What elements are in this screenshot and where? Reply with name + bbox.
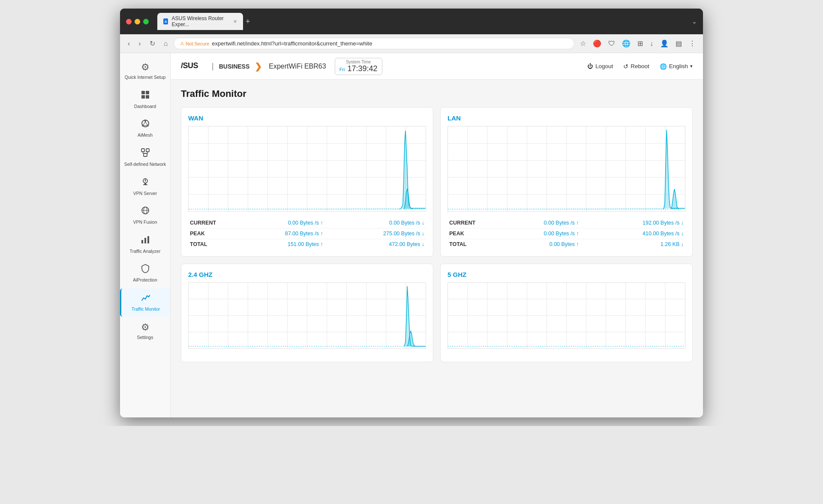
wan-title: WAN — [188, 114, 426, 122]
wan-card: WAN — [181, 107, 433, 257]
extension-icon1[interactable]: 🔴 — [591, 38, 604, 49]
logout-icon: ⏻ — [587, 63, 593, 69]
logout-button[interactable]: ⏻ Logout — [587, 63, 613, 69]
dashboard-icon — [141, 90, 150, 102]
bookmark-icon[interactable]: ☆ — [578, 38, 588, 49]
self-defined-network-icon — [141, 148, 150, 160]
ghz24-title: 2.4 GHZ — [188, 271, 426, 278]
lan-stats-table: CURRENT 0.00 Bytes /s ↑ 192.00 Bytes /s … — [448, 218, 685, 249]
language-selector[interactable]: 🌐 English ▾ — [660, 63, 693, 70]
ghz5-chart — [448, 282, 685, 349]
lan-peak-row: PEAK 0.00 Bytes /s ↑ 410.00 Bytes /s ↓ — [448, 228, 685, 239]
vpn-fusion-icon — [141, 206, 150, 218]
extension-icon2[interactable]: 🛡 — [606, 39, 617, 49]
sidebar-item-vpn-server[interactable]: VPN Server — [120, 173, 170, 201]
sidebar-label-aiprotection: AiProtection — [133, 277, 157, 283]
sidebar-label-traffic-analyzer: Traffic Analyzer — [130, 249, 161, 255]
toolbar-icons: ☆ 🔴 🛡 🌐 ⊞ ↓ 👤 ▤ ⋮ — [578, 38, 698, 49]
profile-icon[interactable]: 👤 — [658, 38, 671, 49]
wan-total-down: 472.00 Bytes ↓ — [325, 239, 426, 250]
sidebar-label-self-defined-network: Self-defined Network — [124, 162, 166, 168]
lan-title: LAN — [448, 114, 685, 122]
maximize-button[interactable] — [143, 19, 149, 24]
brand-chevron-icon: ❯ — [255, 61, 262, 72]
sidebar-item-dashboard[interactable]: Dashboard — [120, 86, 170, 114]
lan-total-row: TOTAL 0.00 Bytes ↑ 1.26 KB ↓ — [448, 239, 685, 250]
wan-peak-down: 275.00 Bytes /s ↓ — [325, 228, 426, 239]
back-button[interactable]: ‹ — [125, 39, 132, 48]
main-content: /SUS | BUSINESS ❯ ExpertWiFi EBR63 Syste… — [171, 53, 703, 417]
vpn-server-icon — [141, 177, 150, 189]
sidebar-item-quick-internet-setup[interactable]: ⚙ Quick Internet Setup — [120, 57, 170, 85]
sidebar-item-aiprotection[interactable]: AiProtection — [120, 259, 170, 288]
forward-button[interactable]: › — [136, 39, 143, 48]
menu-icon[interactable]: ⋮ — [687, 38, 698, 49]
sidebar-item-settings[interactable]: ⚙ Settings — [120, 318, 170, 345]
lan-current-row: CURRENT 0.00 Bytes /s ↑ 192.00 Bytes /s … — [448, 218, 685, 228]
wan-peak-label: PEAK — [188, 228, 222, 239]
svg-rect-2 — [141, 95, 145, 99]
app-wrapper: ⚙ Quick Internet Setup Dashboard AiMesh — [120, 53, 703, 417]
brand-separator: | — [212, 62, 214, 71]
extension-icon4[interactable]: ⊞ — [635, 38, 645, 49]
lan-current-up: 0.00 Bytes /s ↑ — [490, 218, 581, 228]
sidebar-item-aimesh[interactable]: AiMesh — [120, 114, 170, 143]
quick-internet-setup-icon: ⚙ — [141, 62, 150, 73]
sidebar-icon[interactable]: ▤ — [673, 38, 684, 49]
wan-current-row: CURRENT 0.00 Bytes /s ↑ 0.00 Bytes /s ↓ — [188, 218, 426, 228]
lan-total-up: 0.00 Bytes ↑ — [490, 239, 581, 250]
sidebar-item-traffic-monitor[interactable]: Traffic Monitor — [120, 288, 170, 317]
ghz5-title: 5 GHZ — [448, 271, 685, 278]
sidebar-item-traffic-analyzer[interactable]: Traffic Analyzer — [120, 231, 170, 259]
wan-total-label: TOTAL — [188, 239, 222, 250]
sidebar-label-quick-internet-setup: Quick Internet Setup — [125, 75, 166, 81]
sidebar-label-aimesh: AiMesh — [138, 132, 153, 138]
address-bar[interactable]: ⚠ Not Secure expertwifi.net/index.html?u… — [174, 38, 574, 49]
tab-dropdown-button[interactable]: ⌄ — [692, 18, 697, 25]
window-controls[interactable] — [126, 19, 149, 24]
refresh-button[interactable]: ↻ — [147, 39, 158, 48]
svg-rect-28 — [147, 236, 149, 243]
system-time-label: System Time — [346, 60, 371, 64]
lan-current-label: CURRENT — [448, 218, 482, 228]
traffic-analyzer-icon — [141, 235, 150, 247]
wan-total-row: TOTAL 151.00 Bytes ↑ 472.00 Bytes ↓ — [188, 239, 426, 250]
svg-point-5 — [144, 120, 146, 122]
sidebar-item-vpn-fusion[interactable]: VPN Fusion — [120, 201, 170, 230]
brand-product: ExpertWiFi EBR63 — [269, 63, 326, 70]
new-tab-button[interactable]: + — [246, 17, 250, 26]
chevron-down-icon: ▾ — [690, 63, 693, 69]
tab-title: ASUS Wireless Router Exper... — [171, 15, 230, 27]
lan-peak-down: 410.00 Bytes /s ↓ — [581, 228, 685, 239]
lan-peak-label: PEAK — [448, 228, 482, 239]
reboot-icon: ↺ — [623, 63, 628, 70]
sidebar-label-traffic-monitor: Traffic Monitor — [132, 306, 160, 312]
svg-line-9 — [145, 122, 147, 125]
sidebar-item-self-defined-network[interactable]: Self-defined Network — [120, 144, 170, 172]
sidebar: ⚙ Quick Internet Setup Dashboard AiMesh — [120, 53, 171, 417]
wan-peak-row: PEAK 87.00 Bytes /s ↑ 275.00 Bytes /s ↓ — [188, 228, 426, 239]
aiprotection-icon — [141, 264, 150, 276]
system-time-box: System Time Fri 17:39:42 — [335, 58, 382, 75]
browser-tab[interactable]: A ASUS Wireless Router Exper... ✕ — [157, 13, 243, 30]
ghz5-card: 5 GHZ — [440, 264, 693, 362]
reboot-button[interactable]: ↺ Reboot — [623, 63, 649, 70]
home-button[interactable]: ⌂ — [161, 39, 171, 48]
wan-current-label: CURRENT — [188, 218, 222, 228]
app-header: /SUS | BUSINESS ❯ ExpertWiFi EBR63 Syste… — [171, 53, 703, 80]
tab-close-icon[interactable]: ✕ — [233, 19, 237, 24]
lan-total-down: 1.26 KB ↓ — [581, 239, 685, 250]
svg-rect-12 — [146, 149, 149, 152]
extension-icon5[interactable]: ↓ — [648, 39, 655, 49]
minimize-button[interactable] — [135, 19, 140, 24]
system-time-value: 17:39:42 — [347, 64, 377, 73]
wan-peak-up: 87.00 Bytes /s ↑ — [230, 228, 324, 239]
brand-logo: /SUS — [181, 60, 207, 72]
wan-stats-table: CURRENT 0.00 Bytes /s ↑ 0.00 Bytes /s ↓ — [188, 218, 426, 249]
wan-chart — [188, 126, 426, 212]
aimesh-icon — [141, 119, 150, 131]
sidebar-label-vpn-server: VPN Server — [133, 191, 157, 197]
extension-icon3[interactable]: 🌐 — [620, 38, 633, 49]
close-button[interactable] — [126, 19, 132, 24]
svg-point-22 — [144, 180, 146, 181]
